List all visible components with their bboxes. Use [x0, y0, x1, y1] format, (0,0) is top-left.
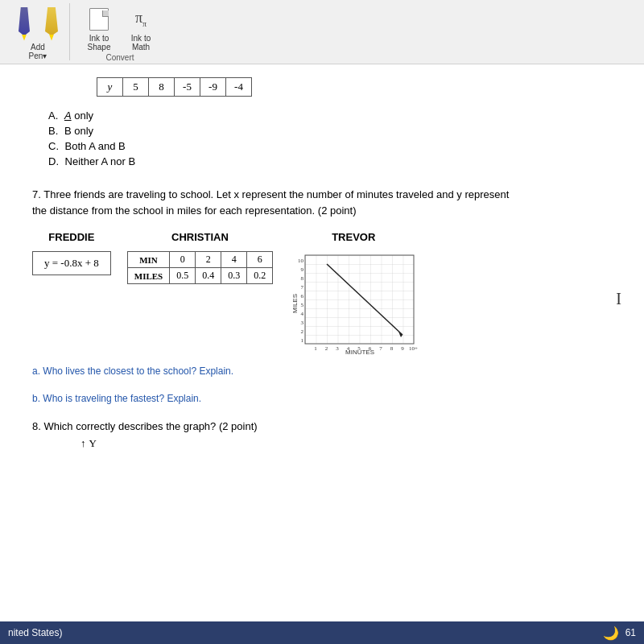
- question-8: 8. Which correctly describes the graph? …: [32, 420, 612, 450]
- y-values-table: y 5 8 -5 -9 -4: [97, 77, 252, 97]
- svg-text:7: 7: [379, 345, 382, 352]
- svg-text:2: 2: [325, 345, 328, 352]
- svg-text:5: 5: [301, 302, 304, 308]
- pen-icon: [13, 7, 35, 43]
- up-arrow-icon: ↑: [80, 437, 86, 450]
- min-0: 0: [170, 252, 196, 268]
- svg-text:2: 2: [301, 328, 304, 335]
- choice-d-letter: D.: [48, 155, 59, 167]
- christian-table: MIN 0 2 4 6 MILES 0.5 0.4 0.3 0.2: [127, 251, 273, 284]
- y-val-3: -5: [175, 78, 200, 97]
- choice-d: D. Neither A nor B: [48, 155, 612, 167]
- miles-04: 0.4: [196, 268, 221, 284]
- freddie-equation: y = -0.8x + 8: [32, 251, 111, 275]
- moon-icon: 🌙: [603, 625, 619, 641]
- min-4: 4: [221, 252, 247, 268]
- freddie-title: FREDDIE: [48, 231, 94, 243]
- ink-to-math-icon: ππ: [128, 6, 154, 32]
- y-label-cell: y: [97, 78, 123, 97]
- status-bar: nited States) 🌙 61: [0, 621, 644, 644]
- svg-text:7: 7: [301, 284, 304, 291]
- y-val-2: 8: [149, 78, 175, 97]
- svg-text:3: 3: [336, 345, 339, 352]
- choice-a-letter: A.: [48, 109, 58, 122]
- y-val-5: -4: [226, 78, 252, 97]
- christian-section: CHRISTIAN MIN 0 2 4 6 MILES 0.5 0.4 0.3 …: [127, 231, 273, 284]
- christian-title: CHRISTIAN: [171, 231, 229, 243]
- choice-b-letter: B.: [48, 125, 58, 137]
- status-language: nited States): [8, 627, 62, 638]
- sub-q-b: b. Who is traveling the fastest? Explain…: [32, 393, 612, 404]
- svg-text:1: 1: [314, 345, 317, 352]
- trevor-title: TREVOR: [332, 231, 375, 243]
- status-time: 61: [625, 627, 636, 638]
- svg-text:8: 8: [390, 345, 394, 352]
- ink-to-math-button[interactable]: ππ Ink to Math: [122, 6, 160, 52]
- toolbar: AddPen▾ Ink to Shape ππ Ink to Math Conv…: [0, 0, 644, 64]
- svg-text:4: 4: [347, 345, 350, 352]
- miles-05: 0.5: [170, 268, 196, 284]
- choice-a-underline: A: [64, 109, 72, 122]
- min-2: 2: [196, 252, 221, 268]
- miles-header: MILES: [127, 268, 169, 284]
- convert-label: Convert: [105, 53, 134, 62]
- y-val-1: 5: [123, 78, 149, 97]
- y-label: Y: [89, 437, 97, 450]
- svg-text:5: 5: [357, 345, 361, 352]
- add-pen-label[interactable]: AddPen▾: [29, 43, 47, 60]
- choice-c: C. Both A and B: [48, 140, 612, 152]
- q7-content: FREDDIE y = -0.8x + 8 CHRISTIAN MIN 0 2 …: [32, 231, 612, 356]
- miles-03: 0.3: [221, 268, 247, 284]
- y-val-4: -9: [200, 78, 226, 97]
- svg-text:8: 8: [301, 275, 304, 282]
- choice-c-letter: C.: [48, 140, 59, 152]
- trevor-section: TREVOR MILES MINUTES: [289, 231, 418, 356]
- question-7-text: 7. Three friends are traveling to school…: [32, 187, 612, 218]
- ink-to-math-label: Ink to Math: [122, 34, 160, 52]
- svg-text:MILES: MILES: [291, 294, 299, 313]
- highlighter-icon: [40, 7, 63, 43]
- pen-section: AddPen▾: [6, 3, 70, 60]
- svg-text:9: 9: [301, 266, 304, 273]
- choice-a: A. A only: [48, 109, 612, 122]
- trevor-graph-svg: MILES MINUTES 1 2 3 4 5 6 7 8 9 10 1: [289, 251, 418, 356]
- svg-text:3: 3: [301, 320, 304, 326]
- miles-02: 0.2: [247, 268, 273, 284]
- status-right: 🌙 61: [603, 625, 636, 641]
- q8-number: 8.: [32, 420, 41, 432]
- trevor-graph: MILES MINUTES 1 2 3 4 5 6 7 8 9 10 1: [289, 251, 418, 356]
- svg-text:6: 6: [369, 345, 372, 352]
- answer-choices: A. A only B. B only C. Both A and B D. N…: [48, 109, 612, 167]
- sub-questions: a. Who lives the closest to the school? …: [32, 365, 612, 404]
- svg-text:1: 1: [301, 337, 304, 344]
- ink-to-shape-button[interactable]: Ink to Shape: [80, 6, 118, 52]
- ink-convert-section: Ink to Shape ππ Ink to Math Convert: [73, 3, 167, 60]
- freddie-section: FREDDIE y = -0.8x + 8: [32, 231, 111, 275]
- language-text: nited States): [8, 627, 62, 638]
- sub-q-a: a. Who lives the closest to the school? …: [32, 365, 612, 377]
- y-arrow: ↑ Y: [80, 437, 612, 450]
- svg-text:9: 9: [401, 345, 404, 352]
- svg-text:4: 4: [301, 311, 304, 317]
- choice-b: B. B only: [48, 125, 612, 137]
- min-header: MIN: [127, 252, 169, 268]
- main-content: y 5 8 -5 -9 -4 A. A only B. B only C. Bo…: [0, 64, 644, 621]
- ink-to-shape-label: Ink to Shape: [80, 34, 118, 52]
- cursor-ibeam: I: [616, 290, 621, 308]
- ink-to-shape-icon: [86, 6, 112, 32]
- min-6: 6: [247, 252, 273, 268]
- q7-number: 7.: [32, 188, 41, 200]
- svg-text:10: 10: [298, 258, 304, 264]
- svg-text:10+: 10+: [409, 345, 418, 352]
- svg-text:6: 6: [301, 293, 304, 299]
